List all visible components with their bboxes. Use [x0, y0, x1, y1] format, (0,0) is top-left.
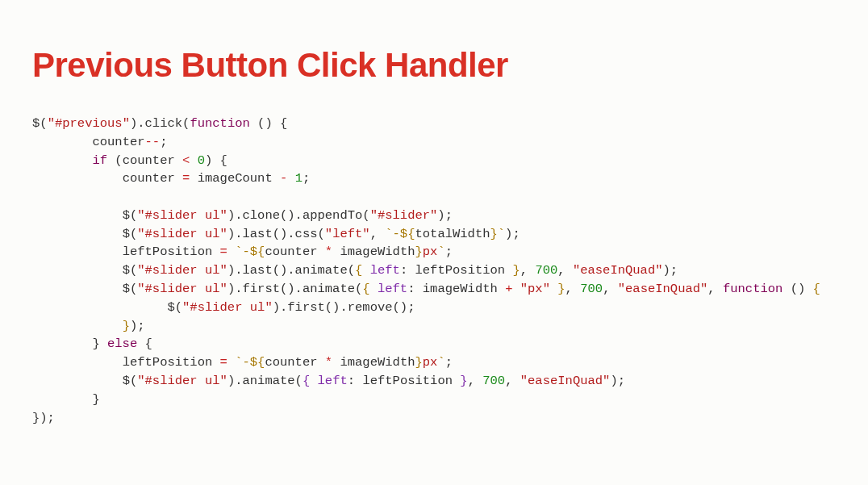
template-px: px — [423, 245, 438, 259]
string-slider: "#slider" — [370, 208, 438, 223]
string-slider-ul: "#slider ul" — [137, 227, 227, 241]
code-line: if (counter < 0) { — [32, 153, 227, 168]
template-closebrace: } — [415, 245, 422, 259]
fn-dollar: $ — [167, 300, 174, 315]
op-colon: : — [407, 282, 415, 296]
var-counter: counter — [123, 171, 175, 186]
string-slider-ul: "#slider ul" — [137, 263, 227, 278]
keyword-if: if — [92, 153, 107, 168]
fn-dollar: $ — [123, 263, 130, 278]
op-eq: = — [182, 171, 190, 186]
num-700: 700 — [535, 263, 557, 278]
prop-left: left — [378, 282, 407, 296]
code-line: $("#slider ul").clone().appendTo("#slide… — [32, 208, 453, 223]
keyword-function: function — [723, 282, 782, 296]
op-colon: : — [400, 263, 407, 278]
code-line: $("#slider ul").first().animate({ left: … — [32, 282, 820, 296]
var-leftPosition: leftPosition — [415, 263, 506, 278]
method-first: .first — [280, 300, 325, 315]
num-700: 700 — [482, 374, 505, 388]
fn-dollar: $ — [123, 282, 130, 296]
var-imageWidth: imageWidth — [423, 282, 498, 296]
method-animate: .animate — [287, 263, 347, 278]
code-line: $("#slider ul").animate({ left: leftPosi… — [32, 374, 625, 388]
code-line: $("#slider ul").first().remove(); — [32, 300, 415, 315]
method-css: .css — [287, 227, 317, 241]
var-totalWidth: totalWidth — [415, 227, 490, 241]
code-line: $("#slider ul").last().css("left", `-${t… — [32, 227, 520, 241]
op-star: * — [325, 355, 332, 370]
template-close: }` — [490, 227, 506, 241]
op-eq: = — [220, 245, 227, 259]
string-easeInQuad: "easeInQuad" — [573, 263, 663, 278]
var-leftPosition: leftPosition — [123, 355, 213, 370]
op-plus: + — [505, 282, 512, 296]
code-line: $("#previous").click(function () { — [32, 116, 287, 131]
code-line: } — [32, 392, 100, 407]
template-open: `-${ — [235, 355, 265, 370]
op-colon: : — [348, 374, 355, 388]
template-open: `-${ — [385, 227, 415, 241]
string-slider-ul: "#slider ul" — [182, 300, 273, 315]
var-counter: counter — [265, 245, 317, 259]
var-leftPosition: leftPosition — [362, 374, 453, 388]
template-backtick: ` — [437, 355, 444, 370]
method-clone: .clone — [235, 208, 280, 223]
code-line: leftPosition = `-${counter * imageWidth}… — [32, 355, 453, 370]
fn-dollar: $ — [123, 208, 130, 223]
string-slider-ul: "#slider ul" — [137, 374, 227, 388]
op-minus: - — [280, 171, 287, 186]
var-counter: counter — [92, 135, 144, 149]
code-line: }); — [32, 319, 145, 333]
string-slider-ul: "#slider ul" — [137, 282, 227, 296]
op-decrement: -- — [145, 135, 161, 149]
template-closebrace: } — [415, 355, 422, 370]
code-line: }); — [32, 411, 55, 425]
string-easeInQuad: "easeInQuad" — [520, 374, 611, 388]
var-counter: counter — [265, 355, 317, 370]
code-line: } else { — [32, 337, 152, 351]
method-last: .last — [235, 263, 273, 278]
method-first: .first — [235, 282, 280, 296]
fn-dollar: $ — [123, 374, 130, 388]
page-title: Previous Button Click Handler — [32, 48, 836, 82]
num-700: 700 — [580, 282, 603, 296]
method-animate: .animate — [235, 374, 294, 388]
code-line: leftPosition = `-${counter * imageWidth}… — [32, 245, 453, 259]
template-px: px — [423, 355, 438, 370]
op-lt: < — [182, 153, 190, 168]
num-one: 1 — [295, 171, 303, 186]
fn-dollar: $ — [123, 227, 130, 241]
method-remove: .remove — [340, 300, 392, 315]
string-left: "left" — [325, 227, 370, 241]
method-click: .click — [137, 116, 182, 131]
method-appendTo: .appendTo — [295, 208, 363, 223]
code-line: $("#slider ul").last().animate({ left: l… — [32, 263, 678, 278]
code-block: $("#previous").click(function () { count… — [32, 115, 836, 427]
var-imageWidth: imageWidth — [340, 245, 415, 259]
prop-left: left — [318, 374, 348, 388]
fn-dollar: $ — [32, 116, 40, 131]
var-counter: counter — [123, 153, 175, 168]
op-eq: = — [220, 355, 227, 370]
op-star: * — [325, 245, 332, 259]
var-leftPosition: leftPosition — [123, 245, 213, 259]
keyword-else: else — [107, 337, 137, 351]
string-px: "px" — [520, 282, 550, 296]
code-line: counter = imageCount - 1; — [32, 171, 310, 186]
var-imageWidth: imageWidth — [340, 355, 415, 370]
string-easeInQuad: "easeInQuad" — [618, 282, 708, 296]
num-zero: 0 — [198, 153, 205, 168]
code-line: counter--; — [32, 135, 167, 149]
string-slider-ul: "#slider ul" — [137, 208, 227, 223]
method-animate: .animate — [295, 282, 355, 296]
method-last: .last — [235, 227, 273, 241]
template-backtick: ` — [437, 245, 444, 259]
prop-left: left — [370, 263, 400, 278]
keyword-function: function — [190, 116, 249, 131]
string-previous: "#previous" — [48, 116, 130, 131]
var-imageCount: imageCount — [198, 171, 273, 186]
template-open: `-${ — [235, 245, 265, 259]
